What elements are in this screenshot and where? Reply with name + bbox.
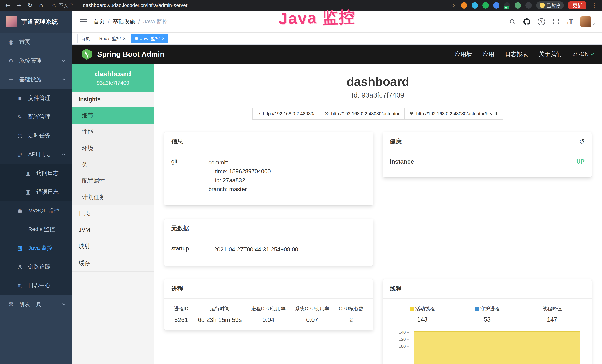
chevron-down-icon <box>62 302 65 305</box>
chevron-down-icon <box>592 22 595 25</box>
status-badge: UP <box>576 158 585 165</box>
help-icon[interactable]: ? <box>538 18 545 25</box>
sba-side-config-props[interactable]: 配置属性 <box>72 173 154 189</box>
security-label[interactable]: 不安全 <box>59 2 74 9</box>
sidebar-item-label: Redis 监控 <box>28 225 55 233</box>
actuator-url-link[interactable]: ⚒ http://192.168.0.2:48080/actuator <box>319 108 405 120</box>
extension-icon-grid[interactable] <box>493 2 499 9</box>
sba-side-caches[interactable]: 缓存 <box>72 255 154 272</box>
sba-nav-applications[interactable]: 应用 <box>483 50 494 58</box>
extension-icon-leaf[interactable] <box>515 2 521 9</box>
sba-side-scheduled-tasks[interactable]: 计划任务 <box>72 189 154 205</box>
sidebar-item-scheduled-tasks[interactable]: ◷ 定时任务 <box>0 126 72 145</box>
bookmark-star-icon[interactable]: ☆ <box>450 2 456 9</box>
update-button[interactable]: 更新 <box>568 1 586 9</box>
page: ← → ↻ ⌂ ⚠ 不安全 dashboard.yudao.iocoder.cn… <box>0 0 602 364</box>
url-text[interactable]: dashboard.yudao.iocoder.cn/infra/admin-s… <box>83 3 187 8</box>
layers-icon: ≣ <box>16 226 23 233</box>
sidebar-item-label: 访问日志 <box>36 169 59 177</box>
sba-side-details[interactable]: 细节 <box>72 107 154 124</box>
extension-icon-orange[interactable] <box>461 2 467 9</box>
breadcrumb-infrastructure[interactable]: 基础设施 <box>113 18 135 25</box>
app-sidebar: 芋道管理系统 ◉ 首页 ⚙ 系统管理 ▤ 基础设施 ▣ <box>0 11 72 364</box>
wrench-icon: ⚒ <box>324 111 329 117</box>
sidebar-item-log-center[interactable]: ▨ 日志中心 <box>0 276 72 295</box>
sba-side-mappings[interactable]: 映射 <box>72 238 154 255</box>
history-icon[interactable]: ↺ <box>579 138 585 145</box>
tab-java-monitor[interactable]: Java 监控 × <box>131 34 168 43</box>
sidebar-item-access-logs[interactable]: ▥ 访问日志 <box>0 164 72 182</box>
process-stat: 运行时间 6d 23h 15m 59s <box>198 305 242 323</box>
sidebar-item-java-monitor[interactable]: ▧ Java 监控 <box>0 239 72 257</box>
file-icon: ▣ <box>16 95 23 101</box>
sidebar-item-redis-monitor[interactable]: ≣ Redis 监控 <box>0 220 72 239</box>
sba-locale-select[interactable]: zh-CN <box>572 51 593 57</box>
sba-nav-journal[interactable]: 日志报表 <box>505 50 528 58</box>
fullscreen-icon[interactable] <box>552 18 559 25</box>
sba-nav-wall[interactable]: 应用墙 <box>455 50 472 58</box>
tab-redis-monitor[interactable]: Redis 监控 × <box>96 34 129 43</box>
sidebar-item-dev-tools[interactable]: ⚒ 研发工具 <box>0 295 72 314</box>
extension-icon-on[interactable]: on <box>504 2 510 9</box>
sidebar-item-mysql-monitor[interactable]: ▦ MySQL 监控 <box>0 201 72 220</box>
gear-icon: ⚙ <box>7 57 14 64</box>
instance-url-link[interactable]: ⌂ http://192.168.0.2:48080/ <box>252 108 320 120</box>
sidebar-item-system[interactable]: ⚙ 系统管理 <box>0 51 72 70</box>
sidebar-item-label: 链路追踪 <box>28 263 50 270</box>
legend-live-threads: 活动线程 143 <box>390 305 455 323</box>
sba-instance-header[interactable]: dashboard 93a3fc7f7409 <box>72 64 154 92</box>
hamburger-icon[interactable] <box>80 18 87 26</box>
sidebar-item-config-management[interactable]: ✎ 配置管理 <box>0 107 72 126</box>
browser-home-icon[interactable]: ⌂ <box>38 2 44 9</box>
sidebar-item-error-logs[interactable]: ▥ 错误日志 <box>0 182 72 201</box>
sba-side-environment[interactable]: 环境 <box>72 140 154 156</box>
instance-links: ⌂ http://192.168.0.2:48080/ ⚒ http://192… <box>164 108 592 120</box>
user-avatar[interactable] <box>580 16 595 27</box>
close-icon[interactable]: × <box>162 36 165 41</box>
browser-menu-icon[interactable]: ⋮ <box>591 2 598 9</box>
health-url-link[interactable]: ♥ http://192.168.0.2:48080/actuator/heal… <box>404 108 504 120</box>
sidebar-item-label: 系统管理 <box>19 57 42 64</box>
sidebar-item-file-management[interactable]: ▣ 文件管理 <box>0 89 72 107</box>
breadcrumb-home[interactable]: 首页 <box>93 18 105 25</box>
legend-peak-threads: 线程峰值 147 <box>520 305 585 323</box>
sba-side-jvm[interactable]: JVM <box>72 222 154 238</box>
instance-id: 93a3fc7f7409 <box>75 80 151 86</box>
sidebar-item-api-logs[interactable]: ▧ API 日志 <box>0 145 72 164</box>
chevron-down-icon <box>591 52 594 55</box>
extension-icon-green[interactable] <box>483 2 489 9</box>
sba-side-insights[interactable]: Insights <box>72 92 154 107</box>
sba-side-classes[interactable]: 类 <box>72 156 154 173</box>
extension-icon-blue-drop[interactable] <box>472 2 478 9</box>
sba-nav-about[interactable]: 关于我们 <box>539 50 562 58</box>
forward-icon[interactable]: → <box>16 2 22 9</box>
dashboard-icon: ◉ <box>7 39 14 45</box>
close-icon[interactable]: × <box>123 36 126 41</box>
extension-icon-dark[interactable] <box>526 2 532 9</box>
health-card-title: 健康 <box>390 137 402 146</box>
sba-brand[interactable]: Spring Boot Admin <box>81 48 164 60</box>
metadata-startup-row: startup 2021-04-27T00:44:31.254+08:00 <box>171 245 366 259</box>
git-commit-line: commit: <box>208 158 366 167</box>
legend-daemon-threads: 守护进程 53 <box>455 305 520 323</box>
back-icon[interactable]: ← <box>4 2 11 9</box>
reload-icon[interactable]: ↻ <box>27 2 33 9</box>
search-icon[interactable] <box>509 18 516 25</box>
sidebar-item-infrastructure[interactable]: ▤ 基础设施 <box>0 70 72 89</box>
git-id-line: id: 27aa832 <box>208 176 366 185</box>
app-logo[interactable]: 芋道管理系统 <box>0 11 72 33</box>
font-size-icon[interactable]: TT <box>567 18 573 26</box>
sba-side-performance[interactable]: 性能 <box>72 124 154 140</box>
sba-content: dashboard Id: 93a3fc7f7409 ⌂ http://192.… <box>154 64 602 364</box>
yellow-swatch-icon <box>410 307 414 311</box>
threads-chart: 140 120 100 <box>390 331 585 364</box>
security-warning-icon: ⚠ <box>52 2 56 8</box>
sba-side-logs[interactable]: 日志 <box>72 205 154 222</box>
github-icon[interactable] <box>523 18 530 25</box>
sidebar-menu: ◉ 首页 ⚙ 系统管理 ▤ 基础设施 ▣ 文件管理 <box>0 33 72 314</box>
sidebar-item-tracing[interactable]: ◎ 链路追踪 <box>0 257 72 276</box>
profile-paused-badge[interactable]: 已暂停 <box>536 1 564 9</box>
tab-home[interactable]: 首页 <box>77 34 93 43</box>
address-bar[interactable]: ⚠ 不安全 dashboard.yudao.iocoder.cn/infra/a… <box>49 1 445 10</box>
sidebar-item-home[interactable]: ◉ 首页 <box>0 33 72 51</box>
